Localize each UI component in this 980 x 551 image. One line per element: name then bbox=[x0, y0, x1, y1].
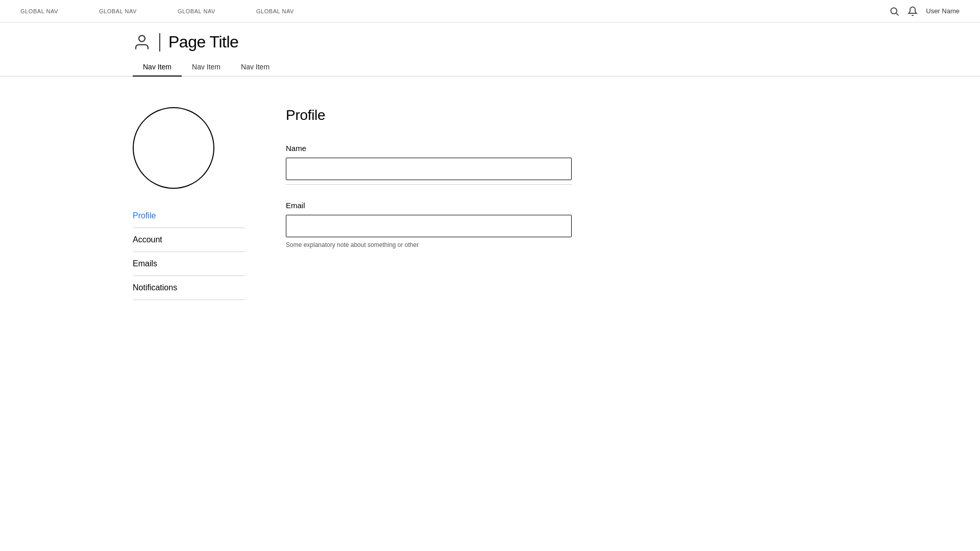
form-content: Profile Name Email Some explanatory note… bbox=[286, 107, 572, 300]
email-helper-text: Some explanatory note about something or… bbox=[286, 241, 572, 248]
email-input[interactable] bbox=[286, 215, 572, 237]
page-header: Page Title bbox=[0, 22, 980, 52]
global-nav-links: GLOBAL NAV GLOBAL NAV GLOBAL NAV GLOBAL … bbox=[20, 8, 294, 14]
avatar[interactable] bbox=[133, 107, 214, 189]
header-divider bbox=[159, 33, 160, 52]
main-content: Profile Account Emails Notifications Pro… bbox=[0, 77, 980, 331]
page-title: Page Title bbox=[168, 33, 238, 52]
global-nav-item-1[interactable]: GLOBAL NAV bbox=[20, 8, 58, 14]
sidebar-nav-notifications[interactable]: Notifications bbox=[133, 276, 245, 300]
sidebar: Profile Account Emails Notifications bbox=[133, 107, 245, 300]
user-name[interactable]: User Name bbox=[926, 7, 960, 15]
user-icon bbox=[133, 33, 151, 52]
sub-nav-item-1[interactable]: Nav Item bbox=[133, 58, 182, 76]
sub-nav: Nav Item Nav Item Nav Item bbox=[0, 58, 980, 77]
name-field-group: Name bbox=[286, 144, 572, 185]
search-icon[interactable] bbox=[889, 6, 899, 16]
notification-icon[interactable] bbox=[908, 6, 918, 16]
global-nav-item-3[interactable]: GLOBAL NAV bbox=[178, 8, 215, 14]
global-nav-item-2[interactable]: GLOBAL NAV bbox=[99, 8, 137, 14]
svg-line-1 bbox=[896, 13, 899, 15]
sub-nav-item-3[interactable]: Nav Item bbox=[231, 58, 280, 76]
form-section-title: Profile bbox=[286, 107, 572, 123]
email-field-group: Email Some explanatory note about someth… bbox=[286, 201, 572, 248]
svg-point-0 bbox=[891, 8, 897, 14]
global-nav-item-4[interactable]: GLOBAL NAV bbox=[256, 8, 294, 14]
sidebar-nav-profile[interactable]: Profile bbox=[133, 204, 245, 228]
name-label: Name bbox=[286, 144, 572, 153]
email-label: Email bbox=[286, 201, 572, 210]
global-nav: GLOBAL NAV GLOBAL NAV GLOBAL NAV GLOBAL … bbox=[0, 0, 980, 22]
svg-point-2 bbox=[139, 35, 145, 41]
name-divider bbox=[286, 184, 572, 185]
name-input[interactable] bbox=[286, 158, 572, 180]
sub-nav-item-2[interactable]: Nav Item bbox=[182, 58, 231, 76]
global-nav-right: User Name bbox=[889, 6, 960, 16]
sidebar-nav-account[interactable]: Account bbox=[133, 228, 245, 252]
sidebar-nav: Profile Account Emails Notifications bbox=[133, 204, 245, 300]
sidebar-nav-emails[interactable]: Emails bbox=[133, 252, 245, 276]
